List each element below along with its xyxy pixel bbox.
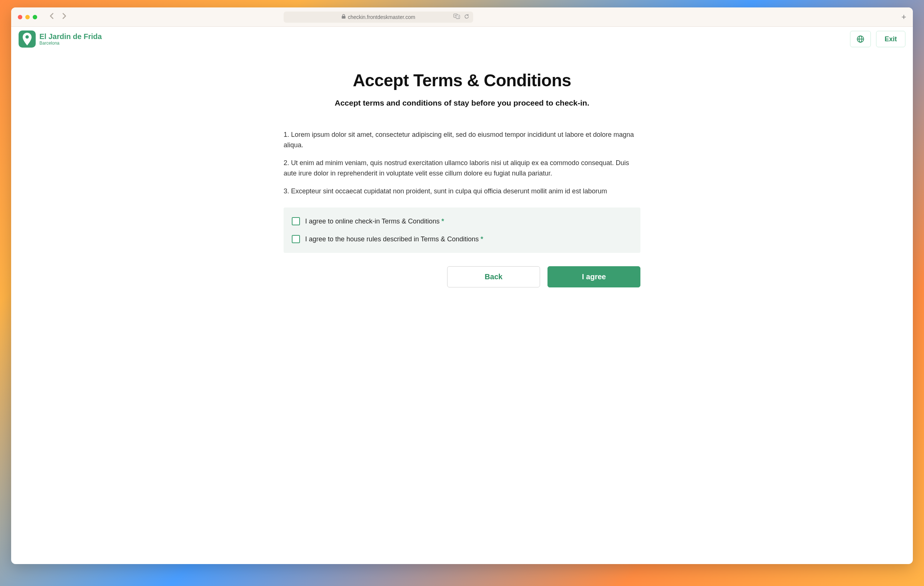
svg-text:文: 文: [457, 16, 459, 18]
terms-text: 1. Lorem ipsum dolor sit amet, consectet…: [284, 130, 640, 196]
hotel-location: Barcelona: [40, 41, 102, 46]
header-actions: Exit: [850, 31, 906, 47]
language-button[interactable]: [850, 31, 871, 47]
consent-label: I agree to the house rules described in …: [305, 235, 483, 243]
agree-button[interactable]: I agree: [548, 266, 640, 287]
url-text: checkin.frontdeskmaster.com: [348, 14, 415, 20]
minimize-window-button[interactable]: [25, 15, 30, 19]
checkbox-house-rules[interactable]: [292, 235, 300, 243]
consent-row-house-rules: I agree to the house rules described in …: [292, 233, 632, 245]
browser-window: checkin.frontdeskmaster.com A文 + El Jar: [11, 7, 913, 564]
pin-icon: [22, 33, 32, 45]
terms-paragraph: 1. Lorem ipsum dolor sit amet, consectet…: [284, 130, 640, 150]
page-title: Accept Terms & Conditions: [284, 70, 640, 90]
page-subtitle: Accept terms and conditions of stay befo…: [284, 99, 640, 107]
consent-label: I agree to online check-in Terms & Condi…: [305, 218, 444, 225]
address-bar[interactable]: checkin.frontdeskmaster.com A文: [284, 12, 473, 23]
required-marker: *: [440, 218, 444, 225]
page-content: Accept Terms & Conditions Accept terms a…: [11, 52, 913, 564]
new-tab-button[interactable]: +: [901, 12, 906, 22]
globe-icon: [856, 35, 865, 43]
nav-arrows: [49, 13, 67, 21]
terms-paragraph: 2. Ut enim ad minim veniam, quis nostrud…: [284, 158, 640, 179]
checkbox-checkin-terms[interactable]: [292, 217, 300, 225]
app-header: El Jardin de Frida Barcelona Exit: [11, 27, 913, 52]
close-window-button[interactable]: [18, 15, 22, 19]
forward-nav-button[interactable]: [62, 13, 67, 21]
hotel-name: El Jardin de Frida: [40, 32, 102, 41]
logo-mark: [18, 30, 36, 48]
window-controls: [18, 15, 37, 19]
lock-icon: [342, 14, 346, 20]
translate-icon[interactable]: A文: [454, 14, 460, 20]
chevron-left-icon: [49, 13, 54, 19]
action-row: Back I agree: [284, 266, 640, 287]
browser-toolbar: checkin.frontdeskmaster.com A文 +: [11, 7, 913, 27]
logo: El Jardin de Frida Barcelona: [18, 30, 102, 48]
back-button[interactable]: Back: [447, 266, 540, 287]
exit-button-label: Exit: [884, 35, 897, 43]
agree-button-label: I agree: [582, 272, 606, 281]
maximize-window-button[interactable]: [33, 15, 37, 19]
exit-button[interactable]: Exit: [876, 31, 906, 47]
back-button-label: Back: [485, 272, 503, 281]
terms-paragraph: 3. Excepteur sint occaecat cupidatat non…: [284, 186, 640, 197]
consent-row-checkin: I agree to online check-in Terms & Condi…: [292, 215, 632, 228]
chevron-right-icon: [62, 13, 67, 19]
required-marker: *: [479, 235, 483, 243]
consent-box: I agree to online check-in Terms & Condi…: [284, 208, 640, 253]
reload-icon[interactable]: [464, 14, 469, 20]
svg-point-4: [25, 35, 29, 39]
back-nav-button[interactable]: [49, 13, 54, 21]
